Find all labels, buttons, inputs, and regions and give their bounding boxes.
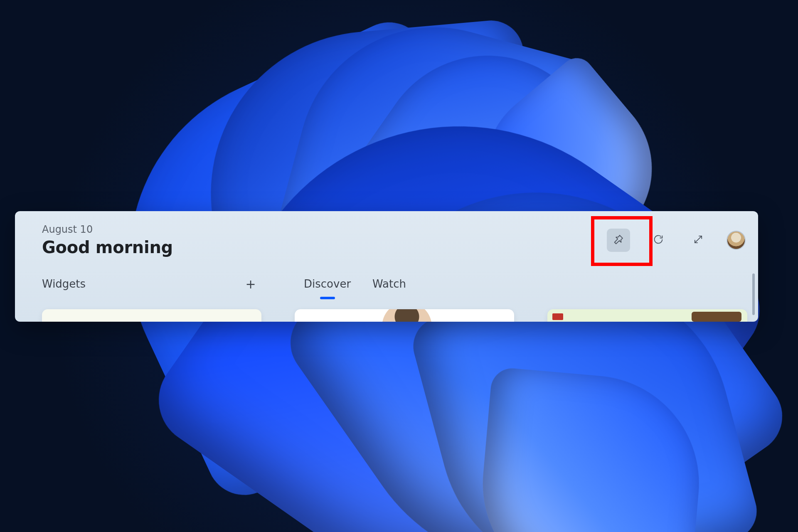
widgets-section-label: Widgets — [42, 278, 86, 290]
pin-icon — [613, 234, 624, 247]
tab-discover-label: Discover — [304, 278, 351, 290]
tab-watch-label: Watch — [372, 278, 406, 290]
refresh-button[interactable] — [647, 229, 670, 252]
scrollbar[interactable] — [752, 273, 755, 315]
user-avatar[interactable] — [727, 231, 746, 250]
card-row — [42, 309, 747, 322]
widgets-panel: August 10 Good morning — [15, 211, 758, 322]
greeting-block: August 10 Good morning — [42, 224, 173, 257]
refresh-icon — [653, 234, 664, 247]
tab-discover[interactable]: Discover — [304, 278, 351, 297]
plus-icon: + — [245, 277, 256, 291]
pin-button[interactable] — [607, 229, 630, 252]
widget-card[interactable] — [42, 309, 261, 322]
date-label: August 10 — [42, 224, 173, 235]
feed-card[interactable] — [547, 309, 747, 322]
add-widget-button[interactable]: + — [243, 276, 258, 291]
expand-icon — [692, 234, 704, 247]
greeting-label: Good morning — [42, 238, 173, 257]
expand-button[interactable] — [687, 229, 710, 252]
feed-card[interactable] — [295, 309, 514, 322]
tab-watch[interactable]: Watch — [372, 278, 406, 297]
